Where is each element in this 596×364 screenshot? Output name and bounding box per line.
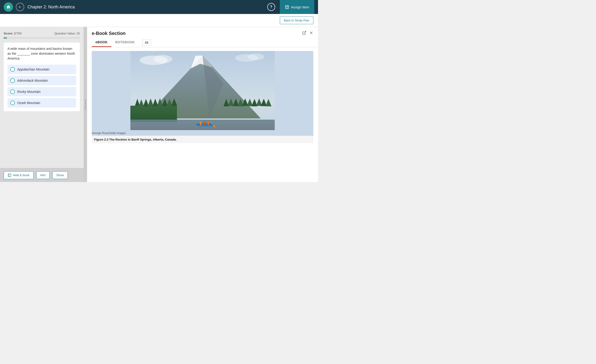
image-caption: Figure 2.3 The Rockies in Banff Springs,… bbox=[92, 136, 313, 143]
ebook-header: e-Book Section bbox=[87, 27, 318, 36]
question-value-label: Question Value: 15 bbox=[54, 32, 80, 35]
ebook-section-title: e-Book Section bbox=[92, 31, 126, 36]
question-card: A wide mass of mountains and basins know… bbox=[4, 43, 80, 111]
back-to-study-button[interactable]: Back to Study Plan bbox=[280, 16, 313, 24]
page-number[interactable]: 66 bbox=[142, 40, 151, 46]
svg-point-44 bbox=[200, 121, 202, 124]
svg-rect-47 bbox=[204, 123, 205, 125]
sub-header: Back to Study Plan bbox=[0, 14, 318, 27]
svg-point-15 bbox=[248, 53, 264, 60]
page-title: Chapter 2: North America bbox=[28, 5, 267, 9]
answer-label-2: Adirondack Mountain bbox=[17, 79, 48, 82]
svg-rect-20 bbox=[130, 106, 177, 122]
ebook-content: George Rose/Getty Images Figure 2.3 The … bbox=[87, 47, 318, 182]
svg-line-8 bbox=[304, 31, 306, 33]
bottom-toolbar: Hide E-book Hint Show bbox=[0, 168, 84, 182]
answer-label-1: Appalachian Mountain bbox=[17, 67, 50, 71]
close-ebook-button[interactable] bbox=[309, 31, 313, 36]
radio-circle-4 bbox=[10, 101, 15, 105]
mountain-image-container: George Rose/Getty Images Figure 2.3 The … bbox=[92, 51, 313, 143]
back-button[interactable] bbox=[16, 3, 24, 11]
answer-option-2[interactable]: Adirondack Mountain bbox=[7, 76, 76, 85]
tab-notebook[interactable]: NOTEBOOK bbox=[111, 38, 139, 47]
svg-point-13 bbox=[154, 55, 172, 63]
score-row: Score: 0/750 Question Value: 15 bbox=[4, 32, 80, 35]
assign-item-label: Assign Item bbox=[291, 5, 309, 9]
right-panel: e-Book Section eBOOK NOTEBOOK 66 bbox=[87, 27, 318, 182]
radio-circle-1 bbox=[10, 67, 15, 72]
panel-divider[interactable] bbox=[84, 27, 87, 182]
answer-label-4: Ozark Mountain bbox=[17, 101, 40, 105]
svg-rect-6 bbox=[8, 174, 11, 177]
progress-bar bbox=[4, 37, 80, 39]
hide-ebook-label: Hide E-book bbox=[13, 173, 30, 177]
svg-rect-41 bbox=[130, 120, 275, 121]
app-header: Chapter 2: North America ? Assign Item bbox=[0, 0, 318, 14]
question-area: Score: 0/750 Question Value: 15 A wide m… bbox=[0, 27, 84, 168]
answer-label-3: Rocky Mountain bbox=[17, 90, 40, 94]
hide-ebook-button[interactable]: Hide E-book bbox=[4, 171, 34, 179]
ebook-header-icons bbox=[302, 31, 313, 36]
hint-button[interactable]: Hint bbox=[36, 171, 50, 179]
home-button[interactable] bbox=[4, 2, 13, 12]
score-label: Score: 0/750 bbox=[4, 32, 22, 35]
external-link-button[interactable] bbox=[302, 31, 306, 36]
svg-rect-45 bbox=[200, 124, 201, 126]
answer-option-3[interactable]: Rocky Mountain bbox=[7, 87, 76, 96]
svg-rect-49 bbox=[208, 123, 209, 125]
progress-bar-fill bbox=[4, 37, 7, 39]
mountain-scene bbox=[92, 51, 313, 130]
answer-option-1[interactable]: Appalachian Mountain bbox=[7, 65, 76, 74]
question-text: A wide mass of mountains and basins know… bbox=[7, 46, 76, 61]
svg-point-46 bbox=[203, 121, 206, 124]
answer-option-4[interactable]: Ozark Mountain bbox=[7, 98, 76, 108]
image-credit: George Rose/Getty Images bbox=[92, 130, 313, 136]
radio-circle-2 bbox=[10, 78, 15, 83]
assign-item-button[interactable]: Assign Item bbox=[280, 0, 314, 14]
ebook-tabs: eBOOK NOTEBOOK 66 bbox=[87, 38, 318, 47]
main-container: Score: 0/750 Question Value: 15 A wide m… bbox=[0, 27, 318, 182]
tab-ebook[interactable]: eBOOK bbox=[92, 38, 111, 47]
divider-handle bbox=[85, 99, 86, 110]
radio-circle-3 bbox=[10, 89, 15, 94]
help-button[interactable]: ? bbox=[267, 3, 275, 11]
show-button[interactable]: Show bbox=[52, 171, 68, 179]
left-panel: Score: 0/750 Question Value: 15 A wide m… bbox=[0, 27, 84, 182]
